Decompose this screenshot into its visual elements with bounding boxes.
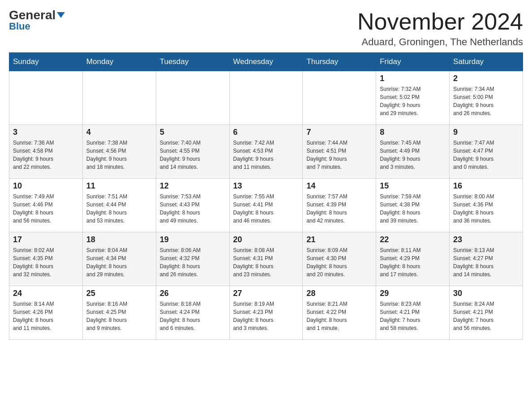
day-info: Sunrise: 7:47 AMSunset: 4:47 PMDaylight:… (453, 139, 519, 171)
day-number: 16 (453, 181, 519, 191)
header-saturday: Saturday (450, 53, 523, 71)
day-info: Sunrise: 8:02 AMSunset: 4:35 PMDaylight:… (13, 246, 79, 278)
title-section: November 2024 Aduard, Groningen, The Net… (357, 9, 523, 48)
calendar-subtitle: Aduard, Groningen, The Netherlands (357, 36, 523, 48)
day-info: Sunrise: 7:34 AMSunset: 5:00 PMDaylight:… (453, 85, 519, 117)
day-number: 26 (160, 289, 226, 298)
day-number: 2 (453, 74, 519, 83)
day-info: Sunrise: 8:08 AMSunset: 4:31 PMDaylight:… (233, 246, 299, 278)
header-wednesday: Wednesday (229, 53, 303, 71)
day-info: Sunrise: 7:49 AMSunset: 4:46 PMDaylight:… (13, 193, 79, 225)
day-number: 17 (13, 235, 79, 244)
day-info: Sunrise: 8:11 AMSunset: 4:29 PMDaylight:… (380, 246, 446, 278)
header-thursday: Thursday (303, 53, 376, 71)
day-cell (82, 71, 156, 125)
day-info: Sunrise: 7:57 AMSunset: 4:39 PMDaylight:… (306, 193, 372, 225)
day-cell: 14Sunrise: 7:57 AMSunset: 4:39 PMDayligh… (303, 179, 376, 232)
day-number: 29 (380, 289, 446, 298)
day-number: 11 (86, 181, 152, 191)
day-info: Sunrise: 7:32 AMSunset: 5:02 PMDaylight:… (380, 85, 446, 117)
day-number: 13 (233, 181, 299, 191)
day-cell: 5Sunrise: 7:40 AMSunset: 4:55 PMDaylight… (156, 125, 229, 179)
day-cell: 13Sunrise: 7:55 AMSunset: 4:41 PMDayligh… (229, 179, 303, 232)
day-cell: 25Sunrise: 8:16 AMSunset: 4:25 PMDayligh… (82, 286, 156, 340)
day-info: Sunrise: 8:00 AMSunset: 4:36 PMDaylight:… (453, 193, 519, 225)
day-cell: 1Sunrise: 7:32 AMSunset: 5:02 PMDaylight… (376, 71, 450, 125)
day-cell: 30Sunrise: 8:24 AMSunset: 4:21 PMDayligh… (450, 286, 523, 340)
day-number: 15 (380, 181, 446, 191)
day-cell: 10Sunrise: 7:49 AMSunset: 4:46 PMDayligh… (9, 179, 83, 232)
week-row-1: 1Sunrise: 7:32 AMSunset: 5:02 PMDaylight… (9, 71, 523, 125)
day-info: Sunrise: 7:42 AMSunset: 4:53 PMDaylight:… (233, 139, 299, 171)
day-cell: 3Sunrise: 7:36 AMSunset: 4:58 PMDaylight… (9, 125, 83, 179)
day-number: 10 (13, 181, 79, 191)
header-monday: Monday (82, 53, 156, 71)
day-number: 12 (160, 181, 226, 191)
calendar-title: November 2024 (357, 9, 523, 34)
header-friday: Friday (376, 53, 450, 71)
day-number: 20 (233, 235, 299, 244)
day-cell: 28Sunrise: 8:21 AMSunset: 4:22 PMDayligh… (303, 286, 376, 340)
day-cell: 20Sunrise: 8:08 AMSunset: 4:31 PMDayligh… (229, 232, 303, 286)
header-sunday: Sunday (9, 53, 83, 71)
day-number: 25 (86, 289, 152, 298)
day-info: Sunrise: 7:36 AMSunset: 4:58 PMDaylight:… (13, 139, 79, 171)
day-cell: 7Sunrise: 7:44 AMSunset: 4:51 PMDaylight… (303, 125, 376, 179)
day-cell: 29Sunrise: 8:23 AMSunset: 4:21 PMDayligh… (376, 286, 450, 340)
logo-blue: Blue (9, 21, 30, 32)
day-info: Sunrise: 8:13 AMSunset: 4:27 PMDaylight:… (453, 246, 519, 278)
day-cell (229, 71, 303, 125)
header-tuesday: Tuesday (156, 53, 229, 71)
day-info: Sunrise: 7:45 AMSunset: 4:49 PMDaylight:… (380, 139, 446, 171)
day-info: Sunrise: 8:16 AMSunset: 4:25 PMDaylight:… (86, 300, 152, 332)
day-number: 3 (13, 128, 79, 137)
header-row: SundayMondayTuesdayWednesdayThursdayFrid… (9, 53, 523, 71)
day-cell: 6Sunrise: 7:42 AMSunset: 4:53 PMDaylight… (229, 125, 303, 179)
day-cell: 12Sunrise: 7:53 AMSunset: 4:43 PMDayligh… (156, 179, 229, 232)
day-number: 27 (233, 289, 299, 298)
day-info: Sunrise: 8:19 AMSunset: 4:23 PMDaylight:… (233, 300, 299, 332)
day-info: Sunrise: 8:24 AMSunset: 4:21 PMDaylight:… (453, 300, 519, 332)
day-number: 14 (306, 181, 372, 191)
day-info: Sunrise: 8:18 AMSunset: 4:24 PMDaylight:… (160, 300, 226, 332)
week-row-2: 3Sunrise: 7:36 AMSunset: 4:58 PMDaylight… (9, 125, 523, 179)
day-cell: 11Sunrise: 7:51 AMSunset: 4:44 PMDayligh… (82, 179, 156, 232)
day-cell: 8Sunrise: 7:45 AMSunset: 4:49 PMDaylight… (376, 125, 450, 179)
day-info: Sunrise: 7:51 AMSunset: 4:44 PMDaylight:… (86, 193, 152, 225)
day-cell: 24Sunrise: 8:14 AMSunset: 4:26 PMDayligh… (9, 286, 83, 340)
day-cell: 23Sunrise: 8:13 AMSunset: 4:27 PMDayligh… (450, 232, 523, 286)
day-info: Sunrise: 7:53 AMSunset: 4:43 PMDaylight:… (160, 193, 226, 225)
logo-general: General (9, 9, 65, 21)
day-info: Sunrise: 8:09 AMSunset: 4:30 PMDaylight:… (306, 246, 372, 278)
day-cell: 27Sunrise: 8:19 AMSunset: 4:23 PMDayligh… (229, 286, 303, 340)
day-info: Sunrise: 8:21 AMSunset: 4:22 PMDaylight:… (306, 300, 372, 332)
day-number: 19 (160, 235, 226, 244)
day-info: Sunrise: 8:06 AMSunset: 4:32 PMDaylight:… (160, 246, 226, 278)
day-number: 23 (453, 235, 519, 244)
day-cell: 18Sunrise: 8:04 AMSunset: 4:34 PMDayligh… (82, 232, 156, 286)
page-header: General Blue November 2024 Aduard, Groni… (9, 9, 523, 48)
day-number: 18 (86, 235, 152, 244)
day-number: 24 (13, 289, 79, 298)
day-info: Sunrise: 7:40 AMSunset: 4:55 PMDaylight:… (160, 139, 226, 171)
day-cell: 16Sunrise: 8:00 AMSunset: 4:36 PMDayligh… (450, 179, 523, 232)
day-cell: 19Sunrise: 8:06 AMSunset: 4:32 PMDayligh… (156, 232, 229, 286)
day-info: Sunrise: 8:14 AMSunset: 4:26 PMDaylight:… (13, 300, 79, 332)
day-cell: 2Sunrise: 7:34 AMSunset: 5:00 PMDaylight… (450, 71, 523, 125)
day-cell: 22Sunrise: 8:11 AMSunset: 4:29 PMDayligh… (376, 232, 450, 286)
day-info: Sunrise: 8:04 AMSunset: 4:34 PMDaylight:… (86, 246, 152, 278)
day-number: 30 (453, 289, 519, 298)
day-info: Sunrise: 7:55 AMSunset: 4:41 PMDaylight:… (233, 193, 299, 225)
week-row-3: 10Sunrise: 7:49 AMSunset: 4:46 PMDayligh… (9, 179, 523, 232)
day-number: 5 (160, 128, 226, 137)
day-info: Sunrise: 8:23 AMSunset: 4:21 PMDaylight:… (380, 300, 446, 332)
calendar-table: SundayMondayTuesdayWednesdayThursdayFrid… (9, 52, 523, 340)
logo: General Blue (9, 9, 65, 32)
day-info: Sunrise: 7:59 AMSunset: 4:38 PMDaylight:… (380, 193, 446, 225)
day-cell: 9Sunrise: 7:47 AMSunset: 4:47 PMDaylight… (450, 125, 523, 179)
day-cell (303, 71, 376, 125)
day-cell: 4Sunrise: 7:38 AMSunset: 4:56 PMDaylight… (82, 125, 156, 179)
day-cell: 21Sunrise: 8:09 AMSunset: 4:30 PMDayligh… (303, 232, 376, 286)
day-number: 21 (306, 235, 372, 244)
day-number: 22 (380, 235, 446, 244)
